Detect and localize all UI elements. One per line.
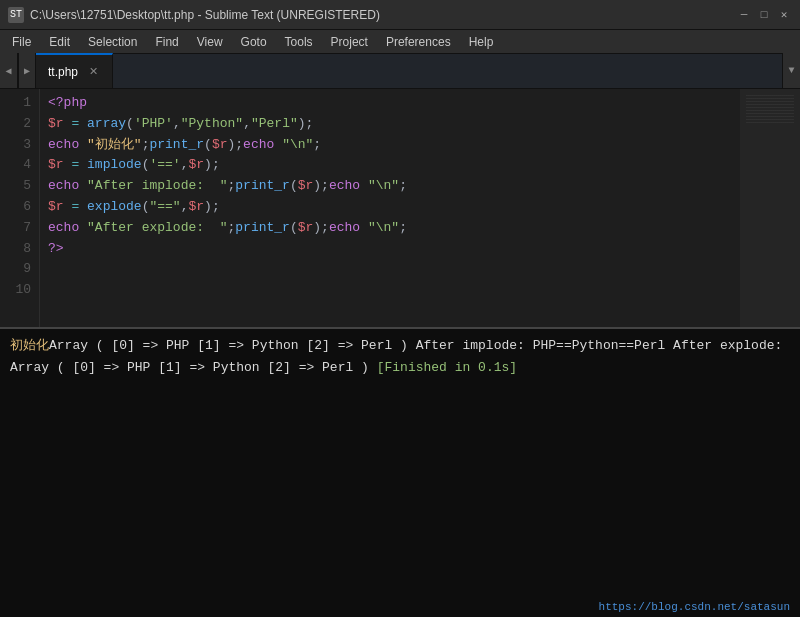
menu-project[interactable]: Project xyxy=(323,33,376,51)
menu-preferences[interactable]: Preferences xyxy=(378,33,459,51)
menu-find[interactable]: Find xyxy=(147,33,186,51)
menu-goto[interactable]: Goto xyxy=(233,33,275,51)
code-editor[interactable]: 1 2 3 4 5 6 7 8 9 10 <?php $r = array('P… xyxy=(0,89,800,327)
minimize-button[interactable]: ─ xyxy=(736,7,752,23)
title-left: ST C:\Users\12751\Desktop\tt.php - Subli… xyxy=(8,7,380,23)
close-button[interactable]: ✕ xyxy=(776,7,792,23)
minimap-thumb xyxy=(746,93,794,123)
tab-dropdown-button[interactable]: ▼ xyxy=(782,53,800,88)
maximize-button[interactable]: □ xyxy=(756,7,772,23)
output-footer: https://blog.csdn.net/satasun xyxy=(0,597,800,617)
csdn-link: https://blog.csdn.net/satasun xyxy=(599,601,790,613)
tab-prev-button[interactable]: ◀ xyxy=(0,53,18,88)
tab-tt-php[interactable]: tt.php ✕ xyxy=(36,53,113,88)
menu-help[interactable]: Help xyxy=(461,33,502,51)
line-numbers: 1 2 3 4 5 6 7 8 9 10 xyxy=(0,89,40,327)
menu-view[interactable]: View xyxy=(189,33,231,51)
menu-selection[interactable]: Selection xyxy=(80,33,145,51)
tab-close-button[interactable]: ✕ xyxy=(86,65,100,79)
tab-next-button[interactable]: ▶ xyxy=(18,53,36,88)
tab-bar: ◀ ▶ tt.php ✕ ▼ xyxy=(0,54,800,89)
minimap xyxy=(740,89,800,327)
menu-tools[interactable]: Tools xyxy=(277,33,321,51)
app-icon: ST xyxy=(8,7,24,23)
title-bar: ST C:\Users\12751\Desktop\tt.php - Subli… xyxy=(0,0,800,30)
tab-filename: tt.php xyxy=(48,65,78,79)
editor-container: 1 2 3 4 5 6 7 8 9 10 <?php $r = array('P… xyxy=(0,89,800,617)
title-text: C:\Users\12751\Desktop\tt.php - Sublime … xyxy=(30,8,380,22)
code-content[interactable]: <?php $r = array('PHP',"Python","Perl");… xyxy=(40,89,740,327)
output-panel: 初始化Array ( [0] => PHP [1] => Python [2] … xyxy=(0,327,800,617)
window-controls[interactable]: ─ □ ✕ xyxy=(736,7,792,23)
menu-bar: File Edit Selection Find View Goto Tools… xyxy=(0,30,800,54)
output-content: 初始化Array ( [0] => PHP [1] => Python [2] … xyxy=(0,329,800,597)
menu-file[interactable]: File xyxy=(4,33,39,51)
menu-edit[interactable]: Edit xyxy=(41,33,78,51)
